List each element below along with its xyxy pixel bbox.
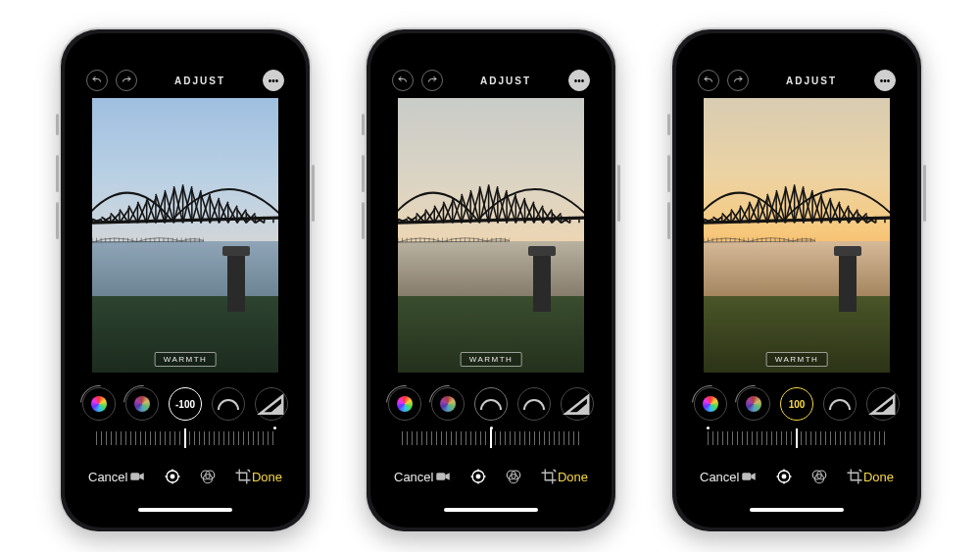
adjustment-slider[interactable] (708, 431, 886, 449)
screen: ADJUST ••• (684, 41, 909, 520)
adjustment-name-badge: WARMTH (155, 352, 217, 367)
editor-bottombar: Cancel Done (378, 463, 604, 490)
dial-hue-b[interactable] (431, 387, 465, 421)
phone-mockup: ADJUST ••• (365, 27, 617, 533)
crop-icon[interactable] (846, 468, 863, 485)
editor-bottombar: Cancel Done (684, 463, 909, 490)
filters-icon[interactable] (505, 468, 522, 485)
dial-hue-a[interactable] (388, 387, 421, 421)
svg-rect-89 (130, 473, 139, 480)
crop-icon[interactable] (540, 468, 558, 485)
adjustment-name-badge: WARMTH (461, 352, 522, 367)
cancel-button[interactable]: Cancel (700, 470, 739, 484)
adjust-icon[interactable] (164, 468, 181, 485)
adjustment-dials: -100 (73, 382, 298, 426)
editor-topbar: ADJUST ••• (73, 69, 298, 92)
screen: ADJUST ••• (73, 41, 298, 520)
redo-button[interactable] (727, 70, 749, 91)
svg-point-190 (476, 475, 480, 478)
filters-icon[interactable] (810, 468, 828, 485)
adjustment-name-badge: WARMTH (766, 352, 828, 367)
editor-mode-title: ADJUST (786, 75, 837, 86)
dial-tint[interactable] (517, 387, 551, 421)
adjust-icon[interactable] (775, 468, 793, 485)
editor-topbar: ADJUST ••• (378, 69, 604, 92)
dial-hue-a[interactable] (694, 387, 727, 421)
editor-topbar: ADJUST ••• (684, 69, 909, 92)
adjustment-slider[interactable] (96, 431, 274, 449)
home-indicator (138, 508, 232, 512)
svg-rect-287 (742, 473, 751, 480)
dial-hue-b[interactable] (737, 387, 770, 421)
far-bridge-graphic (92, 229, 204, 240)
editor-mode-title: ADJUST (480, 75, 531, 86)
dial-sharpness[interactable] (255, 387, 288, 421)
far-bridge-graphic (704, 229, 815, 240)
video-icon[interactable] (740, 468, 758, 485)
photo-preview[interactable]: WARMTH (92, 98, 278, 373)
adjust-icon[interactable] (469, 468, 487, 485)
svg-line-0 (92, 241, 204, 242)
svg-line-198 (704, 241, 815, 242)
done-button[interactable]: Done (252, 470, 282, 484)
svg-point-91 (171, 475, 174, 478)
undo-button[interactable] (698, 70, 719, 91)
photo-preview[interactable]: WARMTH (704, 98, 890, 373)
far-bridge-graphic (398, 229, 510, 240)
bridge-pier (227, 246, 245, 312)
adjustment-dials (378, 382, 604, 426)
dial-tint[interactable] (823, 387, 857, 421)
phone-mockup: ADJUST ••• (670, 27, 923, 533)
crop-icon[interactable] (234, 468, 252, 485)
adjustment-dials: 100 (684, 382, 909, 426)
more-button[interactable]: ••• (568, 70, 590, 91)
photo-preview[interactable]: WARMTH (398, 98, 584, 373)
dial-tint[interactable] (212, 387, 245, 421)
more-button[interactable]: ••• (874, 70, 896, 91)
dial-sharpness[interactable] (561, 387, 594, 421)
screen: ADJUST ••• (378, 41, 604, 520)
adjustment-slider[interactable] (402, 431, 580, 449)
redo-button[interactable] (421, 70, 443, 91)
notch (740, 41, 854, 63)
bridge-pier (533, 246, 551, 312)
dial-warmth[interactable] (474, 387, 508, 421)
more-button[interactable]: ••• (263, 70, 284, 91)
svg-point-289 (782, 475, 786, 478)
dial-hue-b[interactable] (125, 387, 159, 421)
notch (128, 41, 242, 63)
filters-icon[interactable] (199, 468, 217, 485)
svg-line-99 (398, 241, 510, 242)
undo-button[interactable] (86, 70, 108, 91)
dial-warmth[interactable]: -100 (169, 387, 202, 421)
redo-button[interactable] (116, 70, 137, 91)
done-button[interactable]: Done (863, 470, 894, 484)
video-icon[interactable] (434, 468, 452, 485)
done-button[interactable]: Done (558, 470, 588, 484)
phone-mockup: ADJUST ••• (59, 27, 312, 533)
home-indicator (444, 508, 538, 512)
dial-warmth[interactable]: 100 (780, 387, 813, 421)
notch (434, 41, 548, 63)
bridge-pier (839, 246, 857, 312)
cancel-button[interactable]: Cancel (88, 470, 127, 484)
cancel-button[interactable]: Cancel (394, 470, 433, 484)
video-icon[interactable] (128, 468, 146, 485)
undo-button[interactable] (392, 70, 414, 91)
editor-mode-title: ADJUST (174, 75, 225, 86)
home-indicator (750, 508, 844, 512)
editor-bottombar: Cancel Done (73, 463, 298, 490)
dial-hue-a[interactable] (82, 387, 116, 421)
svg-rect-188 (436, 473, 445, 480)
dial-sharpness[interactable] (866, 387, 900, 421)
